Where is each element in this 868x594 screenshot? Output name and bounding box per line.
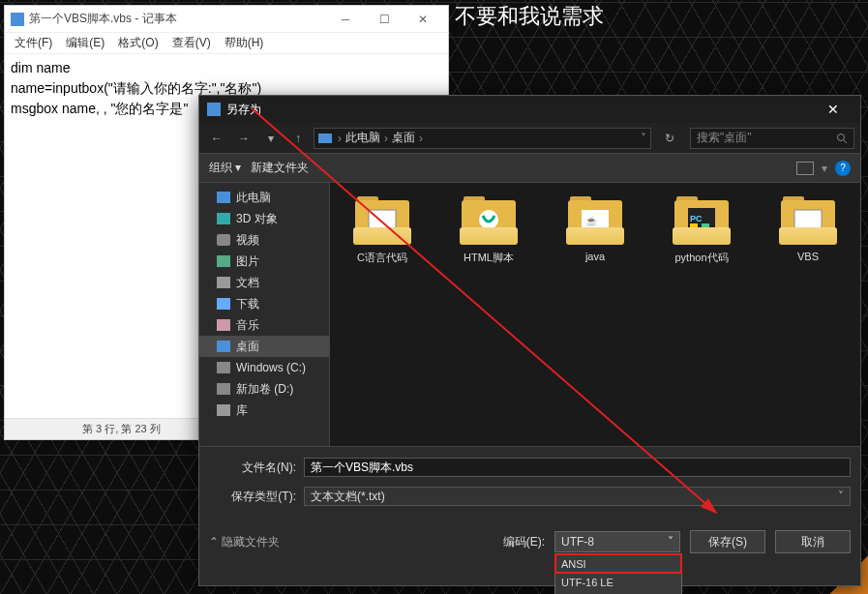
- folder-icon: [460, 196, 518, 245]
- encoding-select[interactable]: UTF-8˅ ANSIUTF-16 LEUTF-16 BEUTF-8带有 BOM…: [554, 531, 680, 552]
- menu-format[interactable]: 格式(O): [112, 33, 164, 53]
- svg-text:☕: ☕: [585, 215, 598, 227]
- filetype-select[interactable]: 文本文档(*.txt)˅: [304, 487, 851, 506]
- sidebar-item-10[interactable]: 库: [199, 400, 329, 421]
- dialog-titlebar[interactable]: 另存为 ✕: [199, 96, 860, 123]
- sidebar-item-label: 新加卷 (D:): [236, 381, 293, 398]
- dialog-navbar: ← → ▾ ↑ › 此电脑 › 桌面 › ˅ ↻ 搜索"桌面": [199, 123, 860, 154]
- close-button[interactable]: ✕: [404, 8, 442, 31]
- nav-back-button[interactable]: ←: [205, 127, 228, 150]
- folder-label: java: [585, 251, 605, 262]
- address-bar[interactable]: › 此电脑 › 桌面 › ˅: [314, 128, 651, 149]
- sidebar-item-0[interactable]: 此电脑: [199, 187, 329, 208]
- organize-button[interactable]: 组织 ▾: [209, 160, 241, 176]
- dialog-form: 文件名(N): 保存类型(T): 文本文档(*.txt)˅: [199, 446, 860, 520]
- notepad-icon: [11, 13, 24, 26]
- vid-icon: [217, 234, 230, 246]
- address-dropdown-icon[interactable]: ˅: [641, 132, 646, 145]
- folder-java[interactable]: ☕java: [556, 196, 634, 262]
- drive-icon: [217, 362, 230, 373]
- encoding-dropdown: ANSIUTF-16 LEUTF-16 BEUTF-8带有 BOM 的 UTF-…: [554, 553, 682, 594]
- minimize-button[interactable]: ─: [326, 8, 365, 31]
- doc-icon: [217, 404, 230, 416]
- folder-label: python代码: [674, 251, 728, 265]
- dialog-title: 另存为: [226, 102, 814, 118]
- pc-icon: [318, 134, 332, 143]
- folder-icon: ☕: [566, 196, 624, 245]
- filename-label: 文件名(N):: [209, 460, 296, 476]
- dialog-sidebar: 此电脑3D 对象视频图片文档下载音乐桌面Windows (C:)新加卷 (D:)…: [199, 183, 330, 446]
- save-button[interactable]: 保存(S): [690, 530, 765, 553]
- menu-view[interactable]: 查看(V): [166, 33, 217, 53]
- folder-python代码[interactable]: PCpython代码: [663, 196, 740, 265]
- search-icon: [836, 133, 848, 144]
- music-icon: [217, 319, 230, 331]
- sidebar-item-label: 3D 对象: [236, 211, 278, 227]
- dialog-icon: [207, 103, 221, 116]
- sidebar-item-label: 桌面: [236, 339, 259, 355]
- folder-VBS[interactable]: VBS: [769, 196, 847, 262]
- sidebar-item-label: 图片: [236, 253, 259, 270]
- folder-label: HTML脚本: [464, 251, 514, 265]
- sidebar-item-6[interactable]: 音乐: [199, 314, 329, 336]
- folder-C语言代码[interactable]: C语言代码: [344, 196, 421, 265]
- sidebar-item-5[interactable]: 下载: [199, 293, 329, 314]
- folder-icon: [353, 196, 411, 245]
- dialog-toolbar: 组织 ▾ 新建文件夹 ▾ ?: [199, 154, 860, 183]
- notepad-title: 第一个VBS脚本.vbs - 记事本: [29, 11, 326, 27]
- folder-HTML脚本[interactable]: HTML脚本: [450, 196, 527, 265]
- nav-dropdown-icon[interactable]: ▾: [259, 127, 283, 150]
- dialog-close-button[interactable]: ✕: [814, 96, 853, 123]
- dl-icon: [217, 298, 230, 310]
- sidebar-item-3[interactable]: 图片: [199, 251, 329, 272]
- img-icon: [217, 255, 230, 267]
- save-as-dialog: 另存为 ✕ ← → ▾ ↑ › 此电脑 › 桌面 › ˅ ↻ 搜索"桌面" 组织…: [198, 95, 861, 586]
- file-list-area[interactable]: C语言代码HTML脚本☕javaPCpython代码VBS: [330, 183, 860, 446]
- sidebar-item-label: 音乐: [236, 317, 259, 334]
- svg-rect-10: [794, 210, 822, 229]
- new-folder-button[interactable]: 新建文件夹: [251, 160, 309, 176]
- help-button[interactable]: ?: [835, 161, 851, 176]
- breadcrumb-desktop[interactable]: 桌面: [392, 130, 415, 146]
- nav-forward-button[interactable]: →: [232, 127, 255, 150]
- breadcrumb-pc[interactable]: 此电脑: [345, 130, 380, 146]
- svg-point-3: [479, 210, 498, 229]
- overlay-text: 不要和我说需求: [455, 2, 604, 31]
- svg-point-0: [838, 134, 845, 140]
- cube-icon: [217, 213, 230, 224]
- encoding-option-ANSI[interactable]: ANSI: [555, 554, 681, 573]
- menu-help[interactable]: 帮助(H): [219, 33, 270, 53]
- hide-folders-link[interactable]: ⌃ 隐藏文件夹: [209, 534, 280, 550]
- dialog-actions: ⌃ 隐藏文件夹 编码(E): UTF-8˅ ANSIUTF-16 LEUTF-1…: [199, 520, 860, 563]
- search-input[interactable]: 搜索"桌面": [690, 128, 854, 149]
- doc-icon: [217, 277, 230, 288]
- nav-up-button[interactable]: ↑: [286, 127, 310, 150]
- view-dropdown-icon[interactable]: ▾: [822, 162, 827, 175]
- sidebar-item-9[interactable]: 新加卷 (D:): [199, 378, 329, 400]
- maximize-button[interactable]: ☐: [365, 8, 404, 31]
- sidebar-item-1[interactable]: 3D 对象: [199, 208, 329, 229]
- sidebar-item-7[interactable]: 桌面: [199, 336, 329, 357]
- encoding-option-UTF-16-LE[interactable]: UTF-16 LE: [555, 573, 681, 591]
- sidebar-item-label: 库: [236, 402, 248, 419]
- search-placeholder: 搜索"桌面": [697, 130, 752, 146]
- sidebar-item-label: Windows (C:): [236, 361, 306, 374]
- sidebar-item-label: 此电脑: [236, 190, 271, 206]
- svg-rect-2: [369, 210, 396, 229]
- menu-edit[interactable]: 编辑(E): [60, 33, 110, 53]
- folder-icon: PC: [673, 196, 731, 245]
- sidebar-item-label: 视频: [236, 232, 259, 249]
- view-mode-button[interactable]: [796, 162, 814, 175]
- refresh-button[interactable]: ↻: [659, 128, 680, 149]
- sidebar-item-4[interactable]: 文档: [199, 272, 329, 293]
- sidebar-item-8[interactable]: Windows (C:): [199, 357, 329, 378]
- menu-file[interactable]: 文件(F): [9, 33, 58, 53]
- cancel-button[interactable]: 取消: [775, 530, 851, 553]
- sidebar-item-label: 文档: [236, 275, 259, 291]
- notepad-titlebar[interactable]: 第一个VBS脚本.vbs - 记事本 ─ ☐ ✕: [5, 6, 448, 33]
- folder-label: C语言代码: [357, 251, 407, 265]
- filename-input[interactable]: [304, 458, 851, 477]
- filetype-label: 保存类型(T):: [209, 489, 296, 505]
- notepad-menubar: 文件(F) 编辑(E) 格式(O) 查看(V) 帮助(H): [5, 33, 448, 54]
- sidebar-item-2[interactable]: 视频: [199, 229, 329, 251]
